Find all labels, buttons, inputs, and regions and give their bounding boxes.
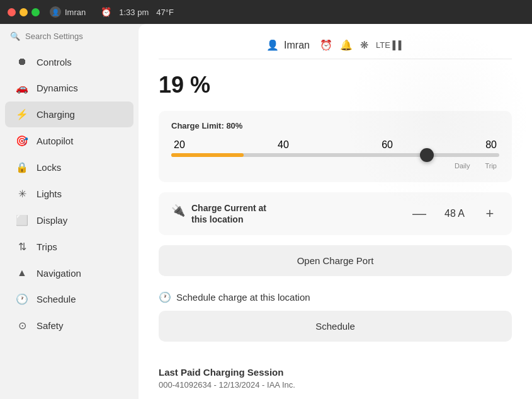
sidebar-item-display[interactable]: ⬜ Display — [5, 207, 133, 233]
user-avatar-icon: 👤 — [50, 6, 61, 18]
slider-thumb[interactable] — [420, 148, 434, 162]
title-bar-user: 👤 Imran — [50, 6, 86, 18]
sidebar-item-trips[interactable]: ⇅ Trips — [5, 234, 133, 260]
tick-60: 60 — [382, 139, 393, 151]
sidebar-item-controls[interactable]: ⏺ Controls — [5, 49, 133, 74]
sidebar-label-trips: Trips — [37, 241, 57, 252]
sidebar-item-autopilot[interactable]: 🎯 Autopilot — [5, 128, 133, 154]
tick-40: 40 — [278, 139, 289, 151]
sidebar-item-safety[interactable]: ⊙ Safety — [5, 313, 133, 338]
display-icon: ⬜ — [15, 214, 29, 226]
sidebar-item-locks[interactable]: 🔒 Locks — [5, 154, 133, 180]
charge-limit-label: Charge Limit: 80% — [171, 121, 499, 130]
sidebar-label-safety: Safety — [37, 320, 64, 331]
sidebar-label-navigation: Navigation — [37, 268, 81, 279]
sidebar-label-schedule: Schedule — [37, 294, 76, 304]
schedule-clock-icon: 🕐 — [159, 291, 171, 303]
decrease-current-button[interactable]: — — [410, 204, 429, 223]
sidebar-label-lights: Lights — [37, 188, 62, 199]
header-icons: ⏰ 🔔 ❋ LTE ▌▌ — [320, 39, 404, 51]
sidebar-label-dynamics: Dynamics — [37, 83, 78, 93]
sidebar-item-charging[interactable]: ⚡ Charging — [5, 101, 133, 127]
title-bar-temperature: 47°F — [156, 8, 174, 17]
last-paid-section: Last Paid Charging Session 000-41092634 … — [159, 362, 512, 390]
sidebar-label-display: Display — [37, 215, 67, 226]
sidebar-label-autopilot: Autopilot — [37, 136, 73, 146]
sidebar-item-schedule[interactable]: 🕐 Schedule — [5, 286, 133, 312]
sidebar-item-navigation[interactable]: ▲ Navigation — [5, 260, 133, 286]
slider-labels: Daily Trip — [171, 162, 499, 170]
trip-label: Trip — [485, 162, 497, 170]
locks-icon: 🔒 — [15, 161, 29, 173]
bluetooth-icon: ❋ — [360, 39, 368, 51]
content-area: 👤 Imran ⏰ 🔔 ❋ LTE ▌▌ 19 % Charge Limit: … — [139, 24, 532, 399]
window-controls — [8, 8, 40, 16]
signal-icon: LTE ▌▌ — [376, 40, 404, 50]
title-bar-username: Imran — [65, 8, 86, 17]
charge-current-label: Charge Current at this location — [191, 202, 266, 225]
search-bar[interactable]: 🔍 — [0, 24, 139, 46]
sidebar: 🔍 ⏺ Controls 🚗 Dynamics ⚡ Charging 🎯 Aut… — [0, 24, 139, 399]
notification-icon: 🔔 — [340, 39, 353, 51]
controls-icon: ⏺ — [15, 56, 29, 67]
slider-fill — [171, 153, 244, 157]
charge-current-left: 🔌 Charge Current at this location — [171, 202, 266, 225]
content-header-user: 👤 Imran — [266, 39, 310, 51]
schedule-charge-label: Schedule charge at this location — [176, 292, 310, 303]
search-icon: 🔍 — [10, 32, 20, 41]
sidebar-item-dynamics[interactable]: 🚗 Dynamics — [5, 75, 133, 101]
increase-current-button[interactable]: + — [480, 204, 499, 223]
sidebar-label-controls: Controls — [37, 57, 72, 67]
safety-icon: ⊙ — [15, 320, 29, 332]
search-input[interactable] — [25, 32, 128, 41]
content-header: 👤 Imran ⏰ 🔔 ❋ LTE ▌▌ — [159, 39, 512, 59]
charge-limit-section: Charge Limit: 80% 20 40 60 80 Daily Trip — [159, 111, 512, 182]
last-paid-title: Last Paid Charging Session — [159, 367, 512, 378]
charge-current-value: 48 A — [439, 208, 470, 219]
title-bar: 👤 Imran ⏰ 1:33 pm 47°F — [0, 0, 532, 24]
dynamics-icon: 🚗 — [15, 82, 29, 94]
alarm-icon: ⏰ — [320, 39, 332, 51]
navigation-icon: ▲ — [15, 267, 29, 279]
charge-percentage: 19 % — [159, 72, 512, 98]
sidebar-label-locks: Locks — [37, 162, 61, 173]
last-paid-detail: 000-41092634 - 12/13/2024 - IAA Inc. — [159, 380, 512, 390]
maximize-button[interactable] — [31, 8, 40, 16]
content-user-icon: 👤 — [266, 39, 279, 51]
tick-80: 80 — [485, 139, 497, 151]
minimize-button[interactable] — [20, 8, 28, 16]
autopilot-icon: 🎯 — [15, 135, 29, 147]
schedule-button[interactable]: Schedule — [159, 311, 512, 342]
title-bar-time: 1:33 pm — [119, 8, 149, 17]
plug-icon: 🔌 — [171, 204, 185, 217]
slider-track — [171, 153, 499, 157]
sidebar-nav: ⏺ Controls 🚗 Dynamics ⚡ Charging 🎯 Autop… — [0, 46, 139, 399]
trips-icon: ⇅ — [15, 241, 29, 253]
charge-current-controls: — 48 A + — [410, 204, 499, 223]
charging-icon: ⚡ — [15, 108, 29, 120]
schedule-section: 🕐 Schedule charge at this location Sched… — [159, 291, 512, 352]
schedule-icon: 🕐 — [15, 293, 29, 305]
lights-icon: ✳ — [15, 188, 29, 200]
clock-icon: ⏰ — [101, 7, 111, 17]
main-area: 🔍 ⏺ Controls 🚗 Dynamics ⚡ Charging 🎯 Aut… — [0, 24, 532, 399]
open-charge-port-button[interactable]: Open Charge Port — [159, 245, 512, 276]
charge-limit-slider[interactable] — [171, 153, 499, 157]
charge-current-section: 🔌 Charge Current at this location — 48 A… — [159, 192, 512, 235]
content-username: Imran — [284, 40, 310, 51]
sidebar-item-lights[interactable]: ✳ Lights — [5, 181, 133, 207]
slider-ticks: 20 40 60 80 — [171, 139, 499, 151]
close-button[interactable] — [8, 8, 16, 16]
sidebar-label-charging: Charging — [37, 109, 75, 120]
title-bar-info: ⏰ 1:33 pm 47°F — [101, 7, 174, 17]
daily-label: Daily — [455, 162, 470, 170]
schedule-header: 🕐 Schedule charge at this location — [159, 291, 512, 303]
tick-20: 20 — [174, 139, 185, 151]
